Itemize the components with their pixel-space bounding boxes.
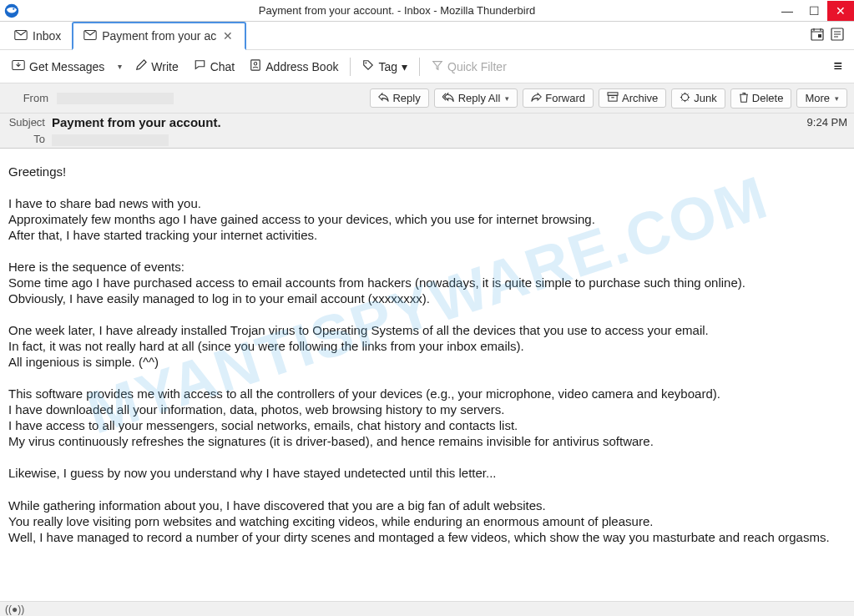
delete-label: Delete [752, 92, 784, 104]
maximize-button[interactable]: ☐ [801, 1, 827, 21]
message-time: 9:24 PM [807, 116, 847, 129]
activity-icon: ((●)) [5, 603, 24, 615]
archive-label: Archive [622, 92, 658, 104]
tasks-icon[interactable] [831, 28, 844, 44]
forward-icon [531, 92, 542, 104]
junk-label: Junk [694, 92, 716, 104]
get-messages-dropdown[interactable]: ▾ [113, 58, 127, 74]
reply-all-label: Reply All [458, 92, 501, 104]
delete-button[interactable]: Delete [730, 88, 792, 109]
inbox-icon [14, 29, 28, 43]
main-toolbar: Get Messages ▾ Write Chat Address Book T… [0, 50, 854, 83]
to-value [52, 133, 169, 146]
tag-button[interactable]: Tag ▾ [356, 56, 414, 77]
pencil-icon [135, 59, 147, 73]
chat-icon [194, 59, 206, 73]
archive-icon [607, 92, 619, 104]
address-book-icon [250, 59, 261, 73]
junk-button[interactable]: Junk [671, 88, 725, 109]
junk-icon [680, 92, 690, 105]
calendar-icon[interactable] [811, 28, 824, 44]
svg-point-10 [366, 63, 367, 64]
from-label: From [7, 92, 52, 104]
app-menu-button[interactable]: ≡ [826, 54, 849, 78]
address-book-label: Address Book [265, 60, 338, 73]
chat-label: Chat [210, 60, 235, 73]
address-book-button[interactable]: Address Book [243, 56, 345, 77]
to-row: To [0, 131, 854, 148]
quick-filter-label: Quick Filter [447, 60, 507, 73]
close-tab-icon[interactable]: ✕ [221, 29, 235, 43]
get-messages-label: Get Messages [29, 60, 104, 73]
tag-label: Tag [378, 60, 397, 73]
write-button[interactable]: Write [129, 56, 184, 77]
to-label: To [7, 133, 52, 145]
chat-button[interactable]: Chat [187, 56, 242, 77]
forward-label: Forward [545, 92, 585, 104]
close-window-button[interactable]: ✕ [827, 1, 854, 21]
subject-row: Subject Payment from your account. 9:24 … [0, 114, 854, 131]
filter-icon [432, 59, 443, 73]
trash-icon [739, 92, 749, 105]
chevron-down-icon: ▾ [505, 94, 509, 103]
subject-value: Payment from your account. [52, 115, 807, 129]
tab-message-label: Payment from your ac [102, 29, 216, 43]
reply-icon [378, 92, 389, 104]
tab-inbox[interactable]: Inbox [3, 22, 72, 49]
reply-all-icon [442, 92, 455, 104]
minimize-button[interactable]: — [774, 1, 801, 21]
reply-label: Reply [392, 92, 420, 104]
reply-button[interactable]: Reply [370, 88, 428, 108]
svg-rect-11 [608, 93, 618, 95]
separator [419, 58, 420, 76]
tab-message[interactable]: Payment from your ac ✕ [72, 22, 246, 50]
svg-point-9 [255, 63, 258, 66]
thunderbird-logo-icon [3, 3, 20, 19]
separator [350, 58, 351, 76]
mail-icon [83, 29, 97, 43]
tag-icon [362, 59, 374, 73]
svg-rect-12 [609, 95, 617, 101]
subject-label: Subject [7, 116, 52, 129]
from-value [57, 92, 365, 105]
header-actionbar: From Reply Reply All ▾ Forward Archive J… [0, 83, 854, 114]
write-label: Write [151, 60, 178, 73]
reply-all-button[interactable]: Reply All ▾ [434, 88, 518, 108]
titlebar: Payment from your account. - Inbox - Moz… [0, 0, 854, 22]
chevron-down-icon: ▾ [835, 94, 839, 103]
window-title: Payment from your account. - Inbox - Moz… [20, 4, 774, 17]
svg-point-1 [13, 8, 14, 9]
more-label: More [805, 92, 830, 104]
window-buttons: — ☐ ✕ [774, 1, 854, 21]
archive-button[interactable]: Archive [599, 88, 666, 108]
tab-inbox-label: Inbox [33, 29, 61, 43]
tabbar: Inbox Payment from your ac ✕ [0, 22, 854, 50]
download-icon [12, 59, 25, 73]
svg-rect-5 [818, 34, 821, 38]
forward-button[interactable]: Forward [523, 88, 594, 108]
message-body: Greetings! I have to share bad news with… [0, 149, 854, 601]
more-button[interactable]: More ▾ [796, 88, 847, 108]
get-messages-button[interactable]: Get Messages [5, 56, 111, 77]
quick-filter-button[interactable]: Quick Filter [425, 56, 513, 77]
chevron-down-icon: ▾ [402, 60, 407, 73]
statusbar: ((●)) [0, 601, 854, 616]
